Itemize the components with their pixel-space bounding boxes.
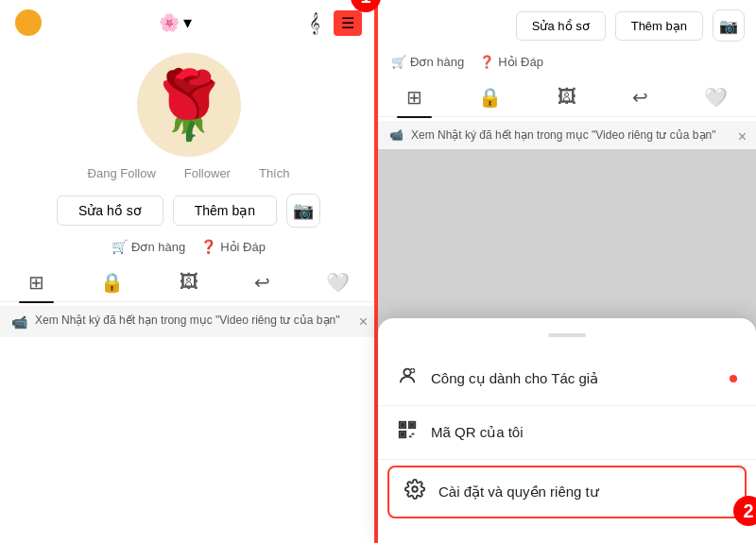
- svg-rect-5: [402, 424, 404, 427]
- orders-link[interactable]: 🛒 Đơn hàng: [112, 239, 185, 254]
- cart-icon: 🛒: [112, 239, 128, 254]
- right-top-bar: Sửa hồ sơ Thêm bạn 📷: [378, 0, 756, 51]
- right-notification-text: Xem Nhật ký đã hết hạn trong mục "Video …: [411, 128, 715, 142]
- add-friend-button[interactable]: Thêm bạn: [173, 195, 277, 226]
- repost-icon: ↩: [254, 272, 270, 293]
- right-instagram-icon: 📷: [719, 17, 738, 35]
- svg-point-0: [404, 369, 410, 376]
- right-qa-icon: ❓: [479, 55, 494, 69]
- action-row: Sửa hồ sơ Thêm bạn 📷: [57, 194, 320, 228]
- notif-close-button[interactable]: ×: [359, 314, 368, 331]
- tab-grid[interactable]: ⊞: [19, 263, 54, 301]
- instagram-button[interactable]: 📷: [286, 194, 320, 228]
- tabs-row: ⊞ 🔒 🖼 ↩ 🤍: [0, 263, 377, 302]
- svg-rect-6: [411, 424, 414, 427]
- avatar-image: 🌹: [147, 66, 230, 144]
- notification-bar: 📹 Xem Nhật ký đã hết hạn trong mục "Vide…: [0, 306, 377, 337]
- drawer-item-settings[interactable]: Cài đặt và quyền riêng tư 2: [387, 466, 747, 518]
- right-tab-grid[interactable]: ⊞: [397, 78, 432, 116]
- right-qa-label: Hỏi Đáp: [498, 55, 543, 69]
- right-tab-repost[interactable]: ↩: [623, 78, 658, 116]
- right-tab-lock[interactable]: 🔒: [469, 78, 511, 116]
- creator-tools-dot: [730, 375, 737, 382]
- drawer-handle: [548, 333, 586, 337]
- qa-icon: ❓: [200, 239, 216, 254]
- bottom-drawer: Công cụ dành cho Tác giả Mã QR của tôi: [378, 318, 756, 543]
- edit-profile-button[interactable]: Sửa hồ sơ: [57, 195, 163, 226]
- qa-link[interactable]: ❓ Hỏi Đáp: [200, 239, 266, 254]
- right-cart-icon: 🛒: [391, 55, 406, 69]
- avatar: 🌹: [137, 53, 241, 157]
- left-panel: 🌸 ▾ 𝄞 ☰ 1 🌹 Đang Follow Follower Thích: [0, 0, 378, 543]
- stat-likes[interactable]: Thích: [259, 166, 290, 180]
- tab-repost[interactable]: ↩: [245, 263, 280, 301]
- right-tab-likes[interactable]: 🤍: [695, 78, 737, 116]
- drawer-item-qr[interactable]: Mã QR của tôi: [378, 406, 756, 460]
- right-tabs-row: ⊞ 🔒 🖼 ↩ 🤍: [378, 78, 756, 117]
- following-label: Đang Follow: [88, 166, 156, 180]
- right-add-friend-button[interactable]: Thêm bạn: [615, 11, 703, 41]
- music-icon[interactable]: 𝄞: [309, 12, 320, 34]
- right-qa-link[interactable]: ❓ Hỏi Đáp: [479, 55, 543, 69]
- top-bar: 🌸 ▾ 𝄞 ☰ 1: [0, 0, 377, 45]
- likes-label: Thích: [259, 166, 290, 180]
- qa-label: Hỏi Đáp: [220, 240, 266, 254]
- right-photo-icon: 🖼: [558, 86, 576, 107]
- photo-icon: 🖼: [180, 271, 198, 292]
- right-orders-label: Đơn hàng: [410, 55, 464, 69]
- notif-camera-icon: 📹: [11, 314, 27, 330]
- step-label-2: 2: [733, 496, 756, 526]
- right-panel: Sửa hồ sơ Thêm bạn 📷 🛒 Đơn hàng ❓ Hỏi Đá…: [378, 0, 756, 543]
- hamburger-box: ☰ 1: [334, 10, 362, 36]
- tab-lock[interactable]: 🔒: [91, 263, 133, 301]
- svg-point-15: [412, 486, 418, 492]
- instagram-icon: 📷: [293, 200, 314, 221]
- right-sub-links: 🛒 Đơn hàng ❓ Hỏi Đáp: [378, 51, 756, 73]
- settings-icon: [404, 479, 425, 505]
- right-edit-profile-button[interactable]: Sửa hồ sơ: [516, 11, 606, 41]
- flower-icon: 🌸: [159, 12, 180, 33]
- right-notif-close-button[interactable]: ×: [738, 128, 747, 145]
- stat-follower[interactable]: Follower: [184, 166, 231, 180]
- top-right-icons: 𝄞 ☰ 1: [309, 10, 362, 36]
- lock-icon: 🔒: [100, 272, 124, 293]
- settings-label: Cài đặt và quyền riêng tư: [438, 484, 599, 501]
- stat-following[interactable]: Đang Follow: [88, 166, 156, 180]
- gold-circle-icon[interactable]: [15, 9, 42, 36]
- qr-label: Mã QR của tôi: [431, 424, 524, 441]
- right-notif-camera-icon: 📹: [389, 128, 404, 142]
- right-orders-link[interactable]: 🛒 Đơn hàng: [391, 55, 464, 69]
- hamburger-button[interactable]: ☰: [334, 10, 362, 36]
- drawer-item-creator-tools[interactable]: Công cụ dành cho Tác giả: [378, 352, 756, 406]
- right-tab-photo[interactable]: 🖼: [548, 78, 586, 116]
- tab-likes[interactable]: 🤍: [317, 263, 359, 301]
- sub-links: 🛒 Đơn hàng ❓ Hỏi Đáp: [112, 239, 266, 254]
- right-notification-bar: 📹 Xem Nhật ký đã hết hạn trong mục "Vide…: [378, 121, 756, 149]
- right-lock-icon: 🔒: [478, 87, 502, 108]
- follower-label: Follower: [184, 166, 231, 180]
- notification-text: Xem Nhật ký đã hết hạn trong mục "Video …: [35, 314, 339, 327]
- tab-photo[interactable]: 🖼: [170, 263, 208, 301]
- right-grid-icon: ⊞: [406, 87, 422, 108]
- menu-icon: ☰: [341, 15, 354, 31]
- stats-row: Đang Follow Follower Thích: [88, 166, 290, 180]
- grid-icon: ⊞: [28, 272, 44, 293]
- heart-icon: 🤍: [326, 272, 350, 293]
- dropdown-arrow: ▾: [183, 12, 192, 33]
- creator-tools-icon: [397, 365, 418, 392]
- qr-icon: [397, 419, 418, 446]
- creator-tools-label: Công cụ dành cho Tác giả: [431, 370, 598, 387]
- orders-label: Đơn hàng: [131, 240, 185, 254]
- right-instagram-button[interactable]: 📷: [713, 9, 745, 42]
- flower-dropdown[interactable]: 🌸 ▾: [159, 12, 192, 33]
- right-repost-icon: ↩: [632, 87, 648, 108]
- svg-rect-7: [402, 433, 404, 436]
- right-heart-icon: 🤍: [704, 87, 728, 108]
